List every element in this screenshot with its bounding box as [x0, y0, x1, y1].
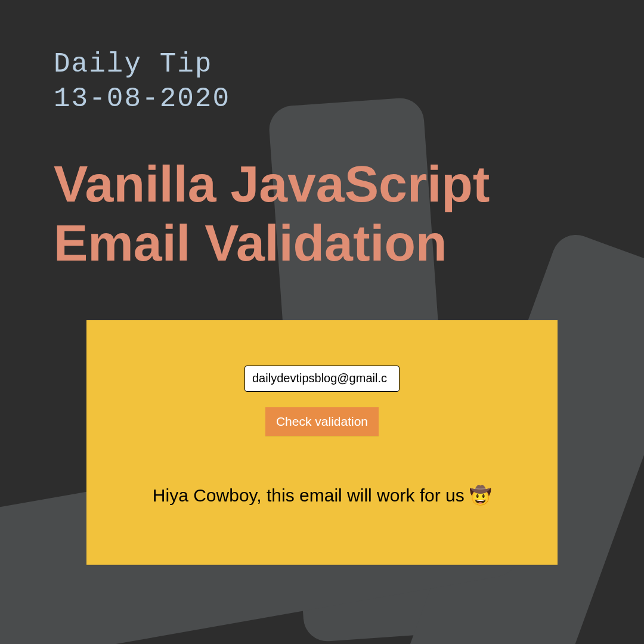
title-line-1: Vanilla JavaScript [54, 154, 590, 213]
eyebrow-line-1: Daily Tip [54, 48, 590, 82]
eyebrow-line-2: 13-08-2020 [54, 82, 590, 117]
validation-result: Hiya Cowboy, this email will work for us… [153, 485, 491, 506]
demo-card: Check validation Hiya Cowboy, this email… [86, 320, 558, 565]
email-input[interactable] [244, 366, 400, 392]
eyebrow: Daily Tip 13-08-2020 [54, 48, 590, 116]
title-line-2: Email Validation [54, 213, 590, 273]
page-title: Vanilla JavaScript Email Validation [54, 154, 590, 273]
check-validation-button[interactable]: Check validation [265, 407, 379, 436]
